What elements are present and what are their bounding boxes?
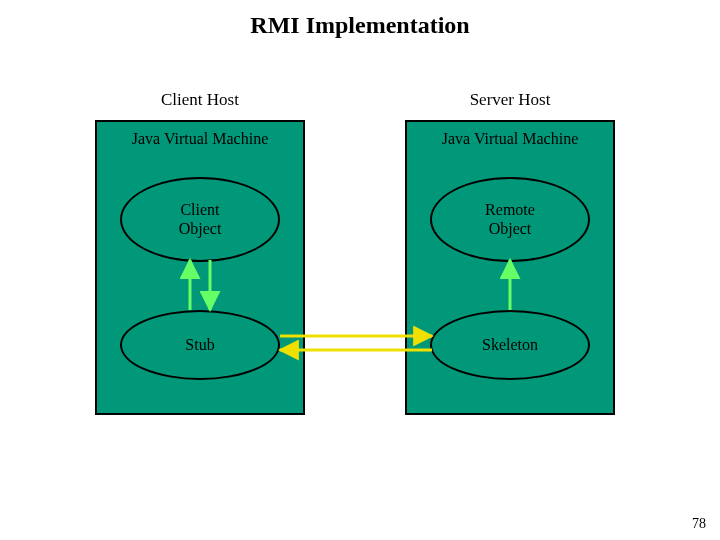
server-panel: Java Virtual Machine RemoteObject Skelet…	[405, 120, 615, 415]
remote-object-label: RemoteObject	[479, 201, 541, 238]
client-host-label: Client Host	[95, 90, 305, 110]
server-jvm-label: Java Virtual Machine	[407, 130, 613, 148]
page-number: 78	[692, 516, 706, 532]
remote-object-ellipse: RemoteObject	[430, 177, 590, 262]
skeleton-label: Skeleton	[476, 336, 544, 354]
page-title: RMI Implementation	[0, 12, 720, 39]
skeleton-ellipse: Skeleton	[430, 310, 590, 380]
client-panel: Java Virtual Machine ClientObject Stub	[95, 120, 305, 415]
client-object-ellipse: ClientObject	[120, 177, 280, 262]
client-object-label: ClientObject	[173, 201, 228, 238]
client-jvm-label: Java Virtual Machine	[97, 130, 303, 148]
diagram-stage: Client Host Server Host Java Virtual Mac…	[0, 90, 720, 460]
server-host-label: Server Host	[405, 90, 615, 110]
stub-label: Stub	[179, 336, 220, 354]
stub-ellipse: Stub	[120, 310, 280, 380]
